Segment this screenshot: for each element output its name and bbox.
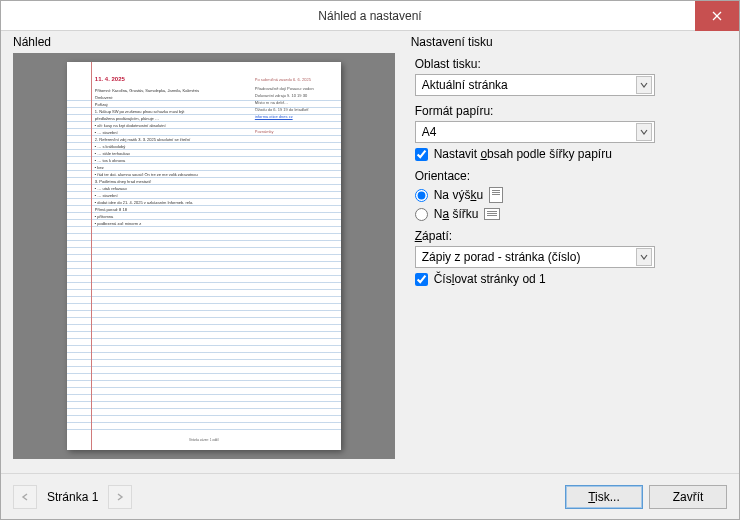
close-button[interactable] <box>695 1 739 31</box>
fit-width-input[interactable] <box>415 148 428 161</box>
portrait-radio[interactable] <box>415 189 428 202</box>
landscape-radio[interactable] <box>415 208 428 221</box>
footer-value: Zápiy z porad - stránka (číslo) <box>422 250 581 264</box>
paper-format-select[interactable]: A4 <box>415 121 655 143</box>
preview-group: Náhled 11. 4. 2025 Přítomní: Karolína, G… <box>13 39 395 469</box>
arrow-left-icon <box>21 493 29 501</box>
page-right-lines: Přiadrovačně dojí Posaou: vodonDoluvantn… <box>255 85 314 113</box>
page-right-header: Po submičná zasedu 6. 6. 2025 <box>255 76 314 83</box>
orientation-landscape[interactable]: Na šířku <box>415 207 727 221</box>
preview-page: 11. 4. 2025 Přítomní: Karolína, Grustáv,… <box>67 62 341 450</box>
close-icon <box>712 11 722 21</box>
prev-page-button[interactable] <box>13 485 37 509</box>
print-area-value: Aktuální stránka <box>422 78 508 92</box>
page-margin-line <box>91 62 92 450</box>
chevron-down-icon <box>636 123 652 141</box>
dialog-window: Náhled a nastavení Náhled 11. 4. 2025 Př… <box>0 0 740 520</box>
fit-width-checkbox[interactable]: Nastavit obsah podle šířky papíru <box>415 147 727 161</box>
arrow-right-icon <box>116 493 124 501</box>
landscape-icon <box>484 208 500 220</box>
dialog-footer: Stránka 1 Tisk... Zavřít <box>1 473 739 519</box>
page-right-sub: Poznámky <box>255 128 314 135</box>
print-button[interactable]: Tisk... <box>565 485 643 509</box>
chevron-down-icon <box>636 76 652 94</box>
orientation-label: Orientace: <box>415 169 727 183</box>
paper-format-label: Formát papíru: <box>415 104 727 118</box>
portrait-label: Na výšku <box>434 188 483 202</box>
close-dialog-button[interactable]: Zavřít <box>649 485 727 509</box>
fit-width-label: Nastavit obsah podle šířky papíru <box>434 147 612 161</box>
footer-select[interactable]: Zápiy z porad - stránka (číslo) <box>415 246 655 268</box>
orientation-portrait[interactable]: Na výšku <box>415 187 727 203</box>
number-pages-checkbox[interactable]: Číslovat stránky od 1 <box>415 272 727 286</box>
page-indicator: Stránka 1 <box>47 490 98 504</box>
settings-legend: Nastavení tisku <box>411 35 497 49</box>
print-area-select[interactable]: Aktuální stránka <box>415 74 655 96</box>
print-area-label: Oblast tisku: <box>415 57 727 71</box>
page-right-column: Po submičná zasedu 6. 6. 2025 Přiadrovač… <box>255 76 314 135</box>
footer-label: Zápatí: <box>415 229 727 243</box>
next-page-button[interactable] <box>108 485 132 509</box>
chevron-down-icon <box>636 248 652 266</box>
page-content: 11. 4. 2025 Přítomní: Karolína, Grustáv,… <box>95 76 323 227</box>
landscape-label: Na šířku <box>434 207 479 221</box>
preview-frame: 11. 4. 2025 Přítomní: Karolína, Grustáv,… <box>13 53 395 459</box>
page-footer-text: Stránka zázen: 1 oddíl <box>67 438 341 442</box>
number-pages-input[interactable] <box>415 273 428 286</box>
dialog-body: Náhled 11. 4. 2025 Přítomní: Karolína, G… <box>1 31 739 473</box>
paper-format-value: A4 <box>422 125 437 139</box>
number-pages-label: Číslovat stránky od 1 <box>434 272 546 286</box>
titlebar: Náhled a nastavení <box>1 1 739 31</box>
portrait-icon <box>489 187 503 203</box>
window-title: Náhled a nastavení <box>318 9 421 23</box>
settings-group: Nastavení tisku Oblast tisku: Aktuální s… <box>411 39 727 469</box>
preview-legend: Náhled <box>13 35 55 49</box>
page-right-link: informa otice dnes cz <box>255 113 314 120</box>
